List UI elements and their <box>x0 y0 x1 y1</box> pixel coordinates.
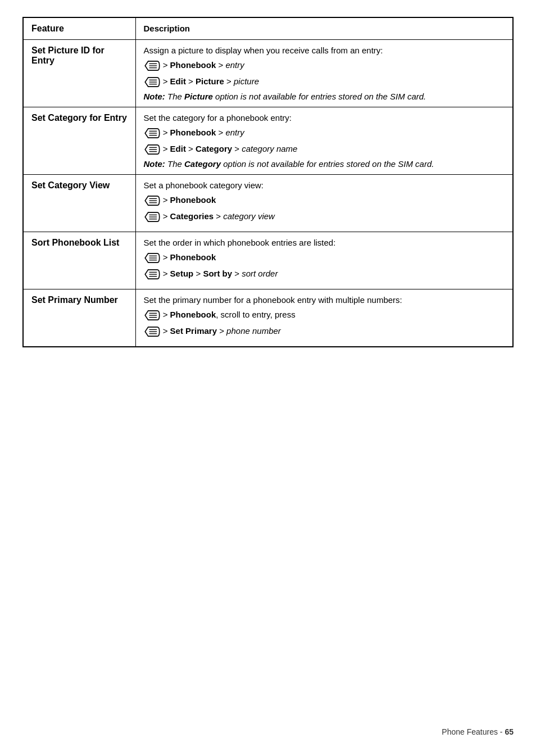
nav-text: > <box>161 144 170 153</box>
nav-line: > Set Primary > phone number <box>144 324 505 338</box>
nav-text: > <box>232 269 242 278</box>
table-row: Set Primary NumberSet the primary number… <box>23 289 513 347</box>
bold-menu-item: Set Primary <box>170 326 217 336</box>
feature-cell: Set Primary Number <box>23 289 135 347</box>
nav-line: > Setup > Sort by > sort order <box>144 267 505 280</box>
header-description: Description <box>135 17 513 40</box>
menu-icon <box>144 211 161 223</box>
note-text-before: The <box>165 92 184 101</box>
nav-text: > <box>161 252 170 262</box>
note-text-rest: option is not available for entries stor… <box>213 92 426 101</box>
table-row: Set Category for EntrySet the category f… <box>23 107 513 175</box>
nav-line: > Phonebook, scroll to entry, press <box>144 308 505 322</box>
bold-menu-item: Edit <box>170 144 186 153</box>
nav-line: > Phonebook > entry <box>144 126 505 139</box>
note-text-rest: option is not available for entries stor… <box>221 159 434 169</box>
menu-icon <box>144 128 161 139</box>
bold-menu-item: Phonebook <box>170 195 216 205</box>
nav-text: > <box>224 76 234 86</box>
italic-text: sort order <box>242 269 278 278</box>
nav-line: > Edit > Category > category name <box>144 142 505 156</box>
description-main: Set a phonebook category view: <box>144 180 505 190</box>
nav-text: > <box>161 195 170 205</box>
nav-line: > Phonebook <box>144 251 505 264</box>
bold-menu-item: Sort by <box>203 269 232 278</box>
feature-cell: Set Category for Entry <box>23 107 135 175</box>
nav-text: > <box>216 128 225 137</box>
description-main: Assign a picture to display when you rec… <box>144 46 505 55</box>
italic-text: entry <box>225 128 244 137</box>
bold-menu-item: Categories <box>170 211 214 221</box>
nav-text: , scroll to entry, press <box>216 310 295 319</box>
menu-icon <box>144 326 161 337</box>
description-main: Set the primary number for a phonebook e… <box>144 295 505 305</box>
footer-text: Phone Features - <box>442 727 505 736</box>
menu-icon <box>144 252 161 264</box>
page-number: 65 <box>505 727 514 736</box>
page-wrapper: Feature Description Set Picture ID for E… <box>22 17 514 736</box>
note-bold-word: Category <box>184 159 221 169</box>
description-cell: Assign a picture to display when you rec… <box>135 40 513 107</box>
italic-text: phone number <box>226 326 281 336</box>
description-main: Set the order in which phonebook entries… <box>144 238 505 247</box>
bold-menu-item: Edit <box>170 76 186 86</box>
nav-text: > <box>161 211 170 221</box>
nav-text: > <box>186 144 196 153</box>
menu-icon <box>144 144 161 155</box>
features-table: Feature Description Set Picture ID for E… <box>22 17 514 347</box>
italic-text: category view <box>223 211 275 221</box>
nav-text: > <box>193 269 203 278</box>
menu-icon <box>144 269 161 280</box>
nav-line: > Categories > category view <box>144 210 505 223</box>
italic-text: picture <box>234 76 259 86</box>
table-row: Set Picture ID for EntryAssign a picture… <box>23 40 513 107</box>
table-row: Set Category ViewSet a phonebook categor… <box>23 175 513 232</box>
nav-text: > <box>161 60 170 70</box>
nav-line: > Phonebook > entry <box>144 58 505 72</box>
nav-text: > <box>232 144 242 153</box>
nav-text: > <box>216 60 225 70</box>
nav-text: > <box>161 269 170 278</box>
note-label: Note: <box>144 92 165 101</box>
note-block: Note: The Category option is not availab… <box>144 159 505 169</box>
bold-menu-item: Phonebook <box>170 128 216 137</box>
nav-text: > <box>161 326 170 336</box>
bold-menu-item: Phonebook <box>170 60 216 70</box>
menu-icon <box>144 310 161 321</box>
note-bold-word: Picture <box>184 92 213 101</box>
menu-icon <box>144 60 161 71</box>
feature-cell: Set Picture ID for Entry <box>23 40 135 107</box>
description-cell: Set the primary number for a phonebook e… <box>135 289 513 347</box>
feature-cell: Set Category View <box>23 175 135 232</box>
italic-text: entry <box>225 60 244 70</box>
bold-menu-item: Picture <box>196 76 224 86</box>
feature-cell: Sort Phonebook List <box>23 232 135 289</box>
menu-icon <box>144 76 161 88</box>
italic-text: category name <box>242 144 297 153</box>
bold-menu-item: Phonebook <box>170 310 216 319</box>
nav-line: > Phonebook <box>144 193 505 207</box>
bold-menu-item: Phonebook <box>170 252 216 262</box>
menu-icon <box>144 195 161 206</box>
note-block: Note: The Picture option is not availabl… <box>144 92 505 101</box>
description-cell: Set the category for a phonebook entry: … <box>135 107 513 175</box>
header-feature: Feature <box>23 17 135 40</box>
nav-text: > <box>161 76 170 86</box>
table-row: Sort Phonebook ListSet the order in whic… <box>23 232 513 289</box>
bold-menu-item: Category <box>196 144 232 153</box>
note-label: Note: <box>144 159 165 169</box>
bold-menu-item: Setup <box>170 269 194 278</box>
nav-text: > <box>186 76 196 86</box>
note-text-before: The <box>165 159 184 169</box>
nav-line: > Edit > Picture > picture <box>144 75 505 88</box>
nav-text: > <box>161 310 170 319</box>
nav-text: > <box>161 128 170 137</box>
nav-text: > <box>217 326 226 336</box>
description-cell: Set a phonebook category view: > Phonebo… <box>135 175 513 232</box>
description-cell: Set the order in which phonebook entries… <box>135 232 513 289</box>
page-footer: Phone Features - 65 <box>22 710 514 736</box>
nav-text: > <box>214 211 223 221</box>
description-main: Set the category for a phonebook entry: <box>144 113 505 123</box>
